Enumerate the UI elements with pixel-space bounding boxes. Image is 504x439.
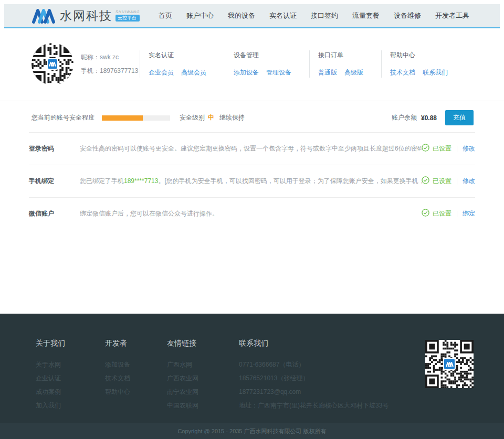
status-set: 已设置: [433, 177, 452, 186]
security-progress-fill: [102, 115, 143, 121]
nav-realname-auth[interactable]: 实名认证: [269, 11, 297, 20]
bind-wechat-link[interactable]: 绑定: [463, 209, 475, 218]
footer-link-about[interactable]: 关于水网: [36, 358, 105, 371]
status-set: 已设置: [433, 209, 452, 218]
main-nav: 首页 账户中心 我的设备 实名认证 接口签约 流量套餐 设备维修 开发者工具: [159, 11, 469, 20]
link-premium-member[interactable]: 高级会员: [181, 68, 206, 77]
footer-link-help-center[interactable]: 帮助中心: [105, 385, 167, 399]
security-rows: 登录密码 安全性高的密码可以使账号更安全。建议您定期更换密码，设置一个包含字母，…: [29, 132, 475, 230]
link-advanced-edition[interactable]: 高级版: [344, 68, 363, 77]
footer-friend-links: 友情链接 广西水网 广西农业网 南宁农业网 中国农联网: [167, 339, 239, 423]
balance-value: ¥0.88: [421, 114, 437, 122]
footer-link-add-device[interactable]: 添加设备: [105, 358, 167, 371]
divider: [381, 50, 382, 78]
brand-logo[interactable]: 水网科技 SHUIWANG 云控平台: [32, 8, 140, 24]
modify-phone-link[interactable]: 修改: [463, 177, 475, 186]
profile-device-manage: 设备管理 添加设备 管理设备: [234, 51, 301, 77]
footer-link-nanning-agriculture[interactable]: 南宁农业网: [167, 385, 239, 399]
footer-link-enterprise-auth[interactable]: 企业认证: [36, 371, 105, 385]
security-level-prefix: 安全级别: [180, 113, 205, 122]
divider: [457, 211, 457, 217]
security-row-phone: 手机绑定 您已绑定了手机189****7713。[您的手机为安全手机，可以找回密…: [29, 165, 475, 197]
nav-my-devices[interactable]: 我的设备: [228, 11, 255, 20]
footer-qrcode: [425, 340, 474, 388]
security-progress: [102, 115, 170, 121]
nav-home[interactable]: 首页: [159, 11, 172, 20]
footer-about: 关于我们 关于水网 企业认证 成功案例 加入我们: [36, 339, 105, 423]
footer-link-join-us[interactable]: 加入我们: [36, 399, 105, 412]
footer-link-guangxi-agriculture[interactable]: 广西农业网: [167, 371, 239, 385]
link-enterprise-member[interactable]: 企业会员: [149, 68, 174, 77]
link-add-device[interactable]: 添加设备: [234, 68, 259, 77]
contact-email: 1877231723@qq.com: [239, 385, 425, 399]
profile-realname-auth: 实名认证 企业会员 高级会员: [149, 51, 234, 77]
contact-address: 地址：广西南宁市(里)花卉长廊核心区大邓村下坡33号: [239, 399, 425, 412]
divider: [457, 178, 457, 185]
contact-manager-phone: 18576521013（张经理）: [239, 371, 425, 385]
nav-developer-tools[interactable]: 开发者工具: [435, 11, 469, 20]
security-level-value: 中: [208, 113, 214, 122]
nav-data-plan[interactable]: 流量套餐: [352, 11, 380, 20]
brand-subtitle: SHUIWANG 云控平台: [116, 10, 140, 22]
divider: [457, 146, 457, 152]
status-set: 已设置: [433, 144, 452, 153]
user-phone: 手机：18976377713: [81, 64, 131, 78]
security-level-label: 您当前的账号安全程度: [32, 113, 94, 122]
qr-center-logo-icon: [443, 358, 456, 370]
user-info: 昵称：swk zc 手机：18976377713: [81, 50, 131, 78]
footer-link-success-cases[interactable]: 成功案例: [36, 385, 105, 399]
nav-device-repair[interactable]: 设备维修: [394, 11, 421, 20]
footer-link-guangxi-shuiwang[interactable]: 广西水网: [167, 358, 239, 371]
link-basic-edition[interactable]: 普通版: [318, 68, 337, 77]
footer-developer: 开发者 添加设备 技术文档 帮助中心: [105, 339, 167, 423]
brand-logo-icon: [32, 8, 56, 24]
check-circle-icon: [422, 176, 429, 186]
avatar-qrcode: [32, 43, 74, 85]
brand-name: 水网科技: [60, 8, 112, 24]
footer-link-china-agriculture[interactable]: 中国农联网: [167, 399, 239, 412]
security-level-suffix: 继续保持: [219, 113, 245, 122]
profile-api-orders: 接口订单 普通版 高级版: [318, 51, 373, 77]
profile-help-center: 帮助中心 技术文档 联系我们: [390, 51, 464, 77]
link-tech-docs[interactable]: 技术文档: [390, 68, 415, 77]
link-contact-us[interactable]: 联系我们: [423, 68, 448, 77]
modify-password-link[interactable]: 修改: [463, 144, 475, 153]
user-nickname: 昵称：swk zc: [81, 50, 131, 64]
header: 水网科技 SHUIWANG 云控平台 首页 账户中心 我的设备 实名认证 接口签…: [4, 4, 500, 28]
divider: [140, 50, 140, 78]
security-row-wechat: 微信账户 绑定微信账户后，您可以在微信公众号进行操作。 已设置 绑定: [29, 197, 475, 230]
page: 水网科技 SHUIWANG 云控平台 首页 账户中心 我的设备 实名认证 接口签…: [0, 0, 504, 439]
balance-label: 账户余额: [392, 113, 417, 122]
account-balance: 账户余额 ¥0.88 充值: [392, 110, 474, 125]
contact-phone: 0771-6366687（电话）: [239, 358, 425, 371]
qr-center-logo-icon: [47, 58, 58, 70]
nav-account-center[interactable]: 账户中心: [186, 11, 214, 20]
security-row-password: 登录密码 安全性高的密码可以使账号更安全。建议您定期更换密码，设置一个包含字母，…: [29, 132, 475, 165]
divider: [309, 50, 310, 78]
footer-link-tech-docs[interactable]: 技术文档: [105, 371, 167, 385]
security-level-bar: 您当前的账号安全程度 安全级别 中 继续保持 账户余额 ¥0.88 充值: [0, 101, 504, 132]
copyright-bar: Copyright @ 2015 - 2035 广西水网科技有限公司 版权所有: [0, 423, 504, 439]
footer-contact: 联系我们 0771-6366687（电话） 18576521013（张经理） 1…: [239, 339, 425, 423]
link-manage-device[interactable]: 管理设备: [266, 68, 291, 77]
profile-section: 昵称：swk zc 手机：18976377713 实名认证 企业会员 高级会员 …: [0, 28, 504, 101]
main-content: 昵称：swk zc 手机：18976377713 实名认证 企业会员 高级会员 …: [0, 28, 504, 314]
footer: 关于我们 关于水网 企业认证 成功案例 加入我们 开发者 添加设备 技术文档 帮…: [0, 314, 504, 423]
check-circle-icon: [422, 144, 429, 154]
recharge-button[interactable]: 充值: [445, 110, 474, 125]
check-circle-icon: [422, 209, 429, 219]
nav-api-contract[interactable]: 接口签约: [311, 11, 338, 20]
